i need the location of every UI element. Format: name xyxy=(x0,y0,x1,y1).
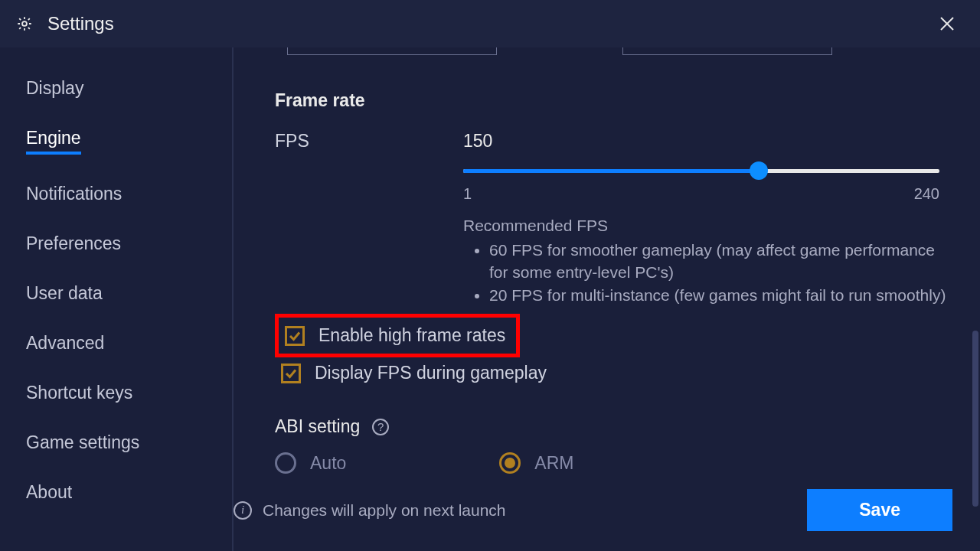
titlebar: Settings xyxy=(0,0,980,47)
dropdown-stub[interactable] xyxy=(287,47,497,55)
sidebar: Display Engine Notifications Preferences… xyxy=(0,47,234,551)
help-icon[interactable]: ? xyxy=(372,419,389,435)
fps-slider[interactable] xyxy=(463,162,939,181)
radio-icon[interactable] xyxy=(499,452,521,474)
recommended-title: Recommended FPS xyxy=(463,215,952,236)
recommendation-item: 20 FPS for multi-instance (few games mig… xyxy=(489,285,952,306)
sidebar-item-advanced[interactable]: Advanced xyxy=(26,333,104,354)
sidebar-item-display[interactable]: Display xyxy=(26,78,83,99)
radio-abi-arm[interactable]: ARM xyxy=(499,452,573,474)
content-pane: Frame rate FPS 150 1 240 Recommended FPS… xyxy=(234,47,980,551)
section-title-abi: ABI setting ? xyxy=(275,416,952,437)
radio-abi-auto[interactable]: Auto xyxy=(275,452,346,474)
recommended-block: Recommended FPS 60 FPS for smoother game… xyxy=(463,215,952,306)
slider-max: 240 xyxy=(914,185,939,203)
slider-fill xyxy=(463,169,759,173)
checkbox-label: Display FPS during gameplay xyxy=(315,363,547,383)
save-button[interactable]: Save xyxy=(807,489,952,531)
fps-label: FPS xyxy=(275,131,463,152)
close-button[interactable] xyxy=(936,12,959,35)
svg-point-0 xyxy=(22,21,27,26)
checkbox-row-high-fps[interactable]: Enable high frame rates xyxy=(275,314,520,357)
checkbox-icon[interactable] xyxy=(285,326,305,346)
radio-icon[interactable] xyxy=(275,452,296,474)
gear-icon xyxy=(15,15,34,33)
slider-min: 1 xyxy=(463,185,472,203)
sidebar-item-shortcut-keys[interactable]: Shortcut keys xyxy=(26,383,132,403)
sidebar-item-user-data[interactable]: User data xyxy=(26,283,103,304)
sidebar-item-notifications[interactable]: Notifications xyxy=(26,184,122,204)
radio-label: Auto xyxy=(310,453,346,474)
checkbox-icon[interactable] xyxy=(281,364,301,383)
sidebar-item-engine[interactable]: Engine xyxy=(26,128,81,155)
scrollbar-thumb[interactable] xyxy=(972,331,978,507)
checkbox-row-display-fps[interactable]: Display FPS during gameplay xyxy=(275,359,952,387)
sidebar-item-preferences[interactable]: Preferences xyxy=(26,233,121,254)
sidebar-item-game-settings[interactable]: Game settings xyxy=(26,432,139,453)
page-title: Settings xyxy=(47,13,114,34)
sidebar-item-about[interactable]: About xyxy=(26,482,72,503)
info-icon: i xyxy=(234,501,252,520)
footer-note: i Changes will apply on next launch xyxy=(234,501,506,520)
fps-value: 150 xyxy=(463,131,952,152)
section-title-frame-rate: Frame rate xyxy=(275,90,952,111)
checkbox-label: Enable high frame rates xyxy=(318,325,505,346)
radio-label: ARM xyxy=(534,453,573,474)
slider-thumb[interactable] xyxy=(750,161,768,180)
recommendation-item: 60 FPS for smoother gameplay (may affect… xyxy=(489,240,952,283)
dropdown-stub[interactable] xyxy=(622,47,832,55)
